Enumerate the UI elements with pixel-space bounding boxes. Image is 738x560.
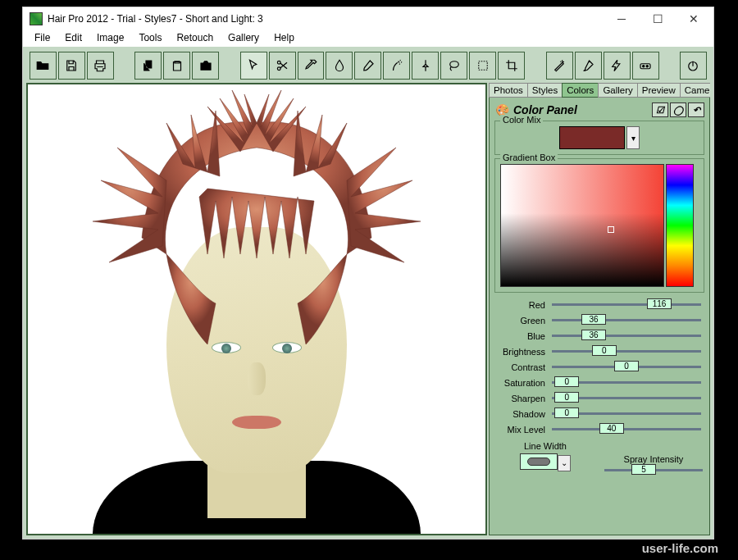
slider-thumb[interactable]: 0 bbox=[554, 392, 579, 403]
slider-label: Blue bbox=[494, 331, 545, 341]
slider-label: Sharpen bbox=[494, 394, 545, 403]
wand-tool[interactable] bbox=[546, 52, 573, 80]
menu-file[interactable]: File bbox=[28, 30, 57, 47]
slider-track[interactable]: 0 bbox=[552, 366, 701, 368]
tab-preview[interactable]: Preview bbox=[637, 83, 681, 98]
panel-cloud-button[interactable]: ◯ bbox=[670, 102, 686, 117]
menu-edit[interactable]: Edit bbox=[58, 30, 89, 47]
menu-help[interactable]: Help bbox=[267, 30, 301, 47]
slider-track[interactable]: 0 bbox=[552, 381, 701, 384]
slider-saturation: Saturation0 bbox=[494, 376, 704, 389]
slider-track[interactable]: 40 bbox=[552, 428, 701, 430]
gradient-label: Gradient Box bbox=[500, 153, 558, 162]
slider-sharpen: Sharpen0 bbox=[494, 391, 704, 405]
main-area: Photos Styles Colors Gallery Preview Cam… bbox=[26, 83, 710, 535]
slider-thumb[interactable]: 40 bbox=[599, 423, 624, 434]
spray-slider[interactable]: 5 bbox=[604, 469, 703, 471]
scissors-tool[interactable] bbox=[269, 52, 296, 80]
slider-track[interactable]: 0 bbox=[552, 412, 701, 415]
slider-track[interactable]: 36 bbox=[552, 319, 701, 321]
save-button[interactable] bbox=[58, 52, 85, 80]
power-button[interactable] bbox=[680, 52, 707, 80]
minimize-button[interactable]: ─ bbox=[604, 7, 640, 30]
colormix-label: Color Mix bbox=[500, 115, 543, 125]
tab-styles[interactable]: Styles bbox=[527, 83, 563, 98]
tab-gallery[interactable]: Gallery bbox=[598, 83, 637, 98]
menu-retouch[interactable]: Retouch bbox=[170, 30, 220, 47]
side-panel: Photos Styles Colors Gallery Preview Cam… bbox=[489, 83, 710, 535]
slider-green: Green36 bbox=[494, 313, 704, 327]
slider-label: Red bbox=[494, 300, 545, 310]
sv-picker[interactable] bbox=[500, 164, 664, 287]
slider-thumb[interactable]: 0 bbox=[614, 361, 639, 371]
app-body: Photos Styles Colors Gallery Preview Cam… bbox=[23, 47, 713, 539]
slider-thumb[interactable]: 36 bbox=[581, 330, 606, 340]
window-title: Hair Pro 2012 - Trial - Styles7 - Short … bbox=[48, 13, 604, 25]
linewidth-select[interactable] bbox=[520, 453, 558, 470]
slider-blue: Blue36 bbox=[494, 329, 704, 343]
slider-label: Brightness bbox=[494, 347, 545, 357]
hue-bar[interactable] bbox=[666, 164, 694, 287]
linewidth-dropdown[interactable]: ⌄ bbox=[558, 455, 571, 471]
tab-photos[interactable]: Photos bbox=[489, 83, 528, 98]
print-button[interactable] bbox=[87, 52, 114, 80]
maximize-button[interactable]: ☐ bbox=[640, 7, 676, 30]
svg-point-7 bbox=[646, 66, 648, 67]
slider-brightness: Brightness0 bbox=[494, 344, 704, 358]
tab-camera[interactable]: Camera bbox=[680, 83, 710, 98]
slider-label: Contrast bbox=[494, 362, 545, 372]
sv-marker[interactable] bbox=[608, 226, 614, 233]
canvas[interactable] bbox=[26, 83, 487, 535]
slider-label: Green bbox=[494, 316, 545, 326]
lasso-tool[interactable] bbox=[440, 52, 467, 80]
colormix-swatch[interactable] bbox=[559, 126, 625, 149]
tab-bar: Photos Styles Colors Gallery Preview Cam… bbox=[489, 83, 710, 98]
slider-thumb[interactable]: 36 bbox=[581, 314, 606, 325]
slider-track[interactable]: 0 bbox=[552, 350, 701, 353]
camera-button[interactable] bbox=[192, 52, 219, 80]
bolt-tool[interactable] bbox=[604, 52, 631, 80]
menu-bar: File Edit Image Tools Retouch Gallery He… bbox=[23, 30, 713, 47]
svg-rect-4 bbox=[479, 61, 488, 71]
panel-undo-button[interactable]: ↶ bbox=[688, 102, 704, 117]
gradient-group: Gradient Box bbox=[494, 158, 704, 293]
crop-tool[interactable] bbox=[498, 52, 525, 80]
spray-tool[interactable] bbox=[383, 52, 410, 80]
open-button[interactable] bbox=[30, 52, 57, 80]
slider-thumb[interactable]: 0 bbox=[554, 376, 579, 387]
slider-label: Mix Level bbox=[494, 425, 545, 435]
toolbar bbox=[26, 50, 710, 81]
slider-mix level: Mix Level40 bbox=[494, 422, 704, 436]
colormix-dropdown[interactable]: ▾ bbox=[626, 126, 640, 149]
slider-track[interactable]: 0 bbox=[552, 397, 701, 399]
copy-button[interactable] bbox=[134, 52, 162, 80]
menu-tools[interactable]: Tools bbox=[132, 30, 168, 47]
linewidth-label: Line Width bbox=[494, 441, 596, 451]
drop-tool[interactable] bbox=[326, 52, 353, 80]
tab-colors[interactable]: Colors bbox=[562, 83, 599, 98]
color-panel: 🎨 Color Panel ☑ ◯ ↶ Color Mix ▾ bbox=[489, 98, 710, 535]
pin-tool[interactable] bbox=[412, 52, 439, 80]
menu-gallery[interactable]: Gallery bbox=[221, 30, 266, 47]
slider-label: Shadow bbox=[494, 409, 545, 419]
bottom-row: Line Width ⌄ Spray Intensity 5 bbox=[494, 441, 704, 471]
paste-button[interactable] bbox=[163, 52, 190, 80]
svg-point-0 bbox=[203, 65, 207, 69]
close-button[interactable]: ✕ bbox=[676, 7, 712, 30]
slider-thumb[interactable]: 0 bbox=[592, 345, 617, 356]
slider-thumb[interactable]: 0 bbox=[554, 407, 579, 418]
slider-track[interactable]: 36 bbox=[552, 335, 701, 337]
pointer-tool[interactable] bbox=[240, 52, 267, 80]
eyedropper-tool[interactable] bbox=[298, 52, 325, 80]
paint-tool[interactable] bbox=[575, 52, 602, 80]
app-icon bbox=[30, 12, 43, 25]
panel-check-button[interactable]: ☑ bbox=[652, 102, 668, 117]
slider-track[interactable]: 116 bbox=[552, 303, 701, 306]
marquee-tool[interactable] bbox=[469, 52, 496, 80]
tape-tool[interactable] bbox=[632, 52, 659, 80]
spray-thumb[interactable]: 5 bbox=[631, 464, 656, 475]
menu-image[interactable]: Image bbox=[90, 30, 130, 47]
app-window: Hair Pro 2012 - Trial - Styles7 - Short … bbox=[22, 7, 714, 540]
slider-thumb[interactable]: 116 bbox=[647, 298, 672, 309]
brush-tool[interactable] bbox=[354, 52, 381, 80]
